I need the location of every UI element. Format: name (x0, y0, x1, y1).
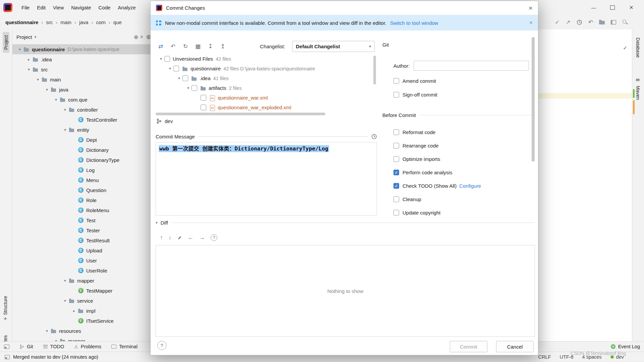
previous-file-icon[interactable] (188, 234, 194, 241)
option-checkbox[interactable] (393, 170, 399, 175)
menu-item[interactable]: Edit (33, 3, 49, 12)
minimize-button[interactable] (584, 1, 603, 14)
indent-widget[interactable]: 4 spaces (582, 354, 602, 360)
project-tree-row[interactable]: java (12, 84, 156, 95)
next-change-icon[interactable] (169, 234, 172, 241)
project-tree-row[interactable]: mapper (12, 276, 156, 286)
option-checkbox[interactable] (393, 78, 399, 84)
before-commit-option-row[interactable]: Optimize imports (393, 155, 481, 164)
option-checkbox[interactable] (393, 210, 399, 216)
chevron-down-icon[interactable] (156, 221, 158, 225)
menu-item[interactable]: Code (95, 3, 114, 12)
project-tree-row[interactable]: Test (12, 215, 156, 225)
project-tree-row[interactable]: .idea (12, 54, 156, 64)
project-tree-row[interactable]: Tester (12, 225, 156, 235)
tool-tab-git[interactable]: Git (19, 344, 33, 349)
dialog-close-icon[interactable] (529, 4, 533, 12)
collapse-all-icon[interactable] (218, 42, 227, 51)
help-icon[interactable] (211, 234, 217, 241)
branch-widget[interactable]: dev (610, 354, 624, 360)
tree-chevron-icon[interactable] (44, 329, 50, 333)
project-panel-title[interactable]: Project (16, 34, 32, 40)
project-tree-row[interactable]: TestMapper (12, 286, 156, 296)
project-tree-row[interactable]: Dictionary (12, 145, 156, 155)
menu-item[interactable]: View (49, 3, 67, 12)
tree-chevron-icon[interactable] (62, 279, 68, 283)
project-tree-row[interactable]: questionnaire D:\java-baties-space\que (12, 44, 156, 54)
change-tree-row[interactable]: Unversioned Files 42 files (156, 54, 377, 64)
refresh-icon[interactable] (181, 42, 190, 51)
before-commit-option-row[interactable]: Check TODO (Show All) Configure (393, 181, 481, 190)
option-checkbox[interactable] (393, 143, 399, 148)
tree-chevron-icon[interactable] (185, 86, 192, 90)
file-checkbox[interactable] (201, 105, 206, 110)
project-tree-row[interactable]: Menu (12, 175, 156, 185)
toolwindow-toggle-icon[interactable] (4, 345, 9, 349)
option-checkbox[interactable] (393, 156, 399, 162)
rollback-icon[interactable] (588, 19, 593, 26)
project-tree-row[interactable]: DictionaryType (12, 155, 156, 165)
tree-chevron-icon[interactable] (53, 339, 59, 342)
show-diff-icon[interactable] (156, 42, 165, 51)
breadcrumb-item[interactable]: com (88, 19, 105, 25)
edit-icon[interactable] (177, 235, 182, 240)
option-checkbox[interactable] (393, 196, 399, 202)
tree-chevron-icon[interactable] (167, 66, 173, 71)
project-tree-row[interactable]: Dept (12, 135, 156, 145)
layout-icon[interactable] (611, 20, 616, 24)
project-tree-row[interactable]: Log (12, 165, 156, 175)
banner-close-icon[interactable] (529, 19, 533, 26)
option-checkbox[interactable] (393, 129, 399, 135)
tree-chevron-icon[interactable] (62, 128, 68, 132)
tree-chevron-icon[interactable] (25, 57, 32, 62)
project-tree-row[interactable]: UserRole (12, 265, 156, 276)
file-checkbox[interactable] (173, 66, 179, 71)
history-icon[interactable] (577, 19, 582, 25)
breadcrumb-item[interactable]: questionnaire (5, 19, 38, 25)
push-icon[interactable] (566, 19, 571, 26)
before-commit-option-row[interactable]: Perform code analysis (393, 168, 481, 177)
status-toggle-icon[interactable] (5, 355, 10, 359)
project-tree-row[interactable]: mapper (12, 336, 156, 341)
tree-chevron-icon[interactable] (62, 108, 68, 112)
change-tree-row[interactable]: artifacts 2 files (156, 83, 377, 93)
change-tree-row[interactable]: questionnaire 42 files D:\java-baties-sp… (156, 64, 377, 73)
git-option-row[interactable]: Amend commit (393, 76, 437, 85)
previous-change-icon[interactable] (160, 234, 163, 241)
project-tree-row[interactable]: TestResult (12, 235, 156, 245)
change-tree-row[interactable]: .idea 41 files (156, 73, 377, 83)
project-tree-row[interactable]: resources (12, 326, 156, 336)
tree-chevron-icon[interactable] (158, 57, 164, 61)
folder-icon[interactable] (599, 20, 605, 24)
file-checkbox[interactable] (164, 56, 170, 62)
option-checkbox[interactable] (393, 92, 399, 98)
tree-chevron-icon[interactable] (71, 309, 77, 313)
tool-tab-problems[interactable]: Problems (74, 344, 101, 349)
next-file-icon[interactable] (199, 234, 205, 241)
tree-chevron-icon[interactable] (44, 87, 50, 92)
tree-chevron-icon[interactable] (16, 47, 23, 52)
menu-item[interactable]: Navigate (67, 3, 95, 12)
line-ending-widget[interactable]: CRLF (538, 354, 551, 360)
project-tree-row[interactable]: RoleMenu (12, 205, 156, 215)
git-option-row[interactable]: Sign-off commit (393, 90, 437, 99)
group-by-icon[interactable] (193, 42, 203, 51)
file-checkbox[interactable] (182, 75, 188, 81)
project-tree-row[interactable]: entity (12, 125, 156, 135)
project-tree-row[interactable]: main (12, 74, 156, 84)
search-icon[interactable] (622, 19, 628, 25)
locate-file-icon[interactable] (134, 34, 138, 40)
option-checkbox[interactable] (393, 183, 399, 189)
project-tree-row[interactable]: User (12, 255, 156, 265)
project-tree-row[interactable]: TestController (12, 115, 156, 125)
dialog-vertical-scrollbar[interactable] (532, 37, 535, 162)
tree-chevron-icon[interactable] (35, 77, 41, 82)
event-log-button[interactable]: Event Log (611, 344, 640, 349)
file-checkbox[interactable] (201, 95, 206, 101)
commit-button[interactable]: Commit (450, 341, 487, 352)
commit-icon[interactable] (555, 19, 559, 26)
collapse-all-icon[interactable] (141, 34, 144, 40)
chevron-down-icon[interactable] (35, 35, 37, 39)
breadcrumb-item[interactable]: src (38, 19, 53, 25)
menu-item[interactable]: Analyze (114, 3, 139, 12)
